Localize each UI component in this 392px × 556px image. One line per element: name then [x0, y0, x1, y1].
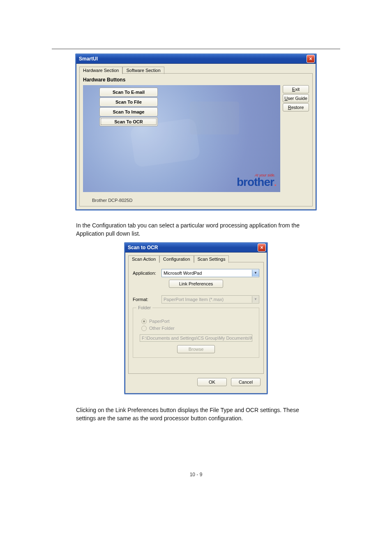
folder-groupbox: Folder PaperPort Other Folder F:\Documen…: [133, 308, 259, 358]
close-icon[interactable]: ×: [258, 243, 266, 252]
folder-legend: Folder: [136, 305, 152, 310]
dropdown-icon[interactable]: ▼: [252, 270, 259, 276]
device-label: Brother DCP-8025D: [92, 198, 280, 203]
link-preferences-button[interactable]: Link Preferences: [169, 280, 223, 288]
ok-button[interactable]: OK: [197, 378, 227, 386]
scan-to-ocr-titlebar[interactable]: Scan to OCR ×: [125, 243, 267, 253]
scan-to-ocr-body: Scan Action Configuration Scan Settings …: [125, 253, 267, 394]
radio-other-folder: Other Folder: [141, 326, 255, 331]
tab-scan-action[interactable]: Scan Action: [128, 255, 159, 263]
mid-paragraph: In the Configuration tab you can select …: [76, 221, 316, 238]
bottom-paragraph: Clicking on the Link Preferences button …: [76, 406, 316, 423]
side-button-group: Exit User Guide Restore: [283, 85, 309, 203]
scan-to-image-button[interactable]: Scan To Image: [99, 107, 158, 116]
exit-button[interactable]: Exit: [283, 85, 309, 93]
smartui-tab-panel: Hardware Buttons Scan To E-mail Scan To …: [79, 73, 313, 206]
application-combo[interactable]: Microsoft WordPad ▼: [161, 269, 259, 277]
smartui-titlebar[interactable]: SmartUI ×: [76, 54, 316, 64]
application-label: Application:: [133, 271, 158, 276]
dialog-button-row: OK Cancel: [128, 374, 264, 390]
scan-to-email-button[interactable]: Scan To E-mail: [99, 88, 158, 97]
configuration-panel: Application: Microsoft WordPad ▼ Link Pr…: [128, 262, 264, 374]
radio-icon: [141, 319, 147, 324]
tab-hardware-section[interactable]: Hardware Section: [79, 67, 122, 74]
brother-logo: brother.: [237, 176, 276, 189]
radio-paperport-label: PaperPort: [149, 319, 170, 324]
dropdown-icon: ▼: [252, 296, 259, 303]
background-image: Scan To E-mail Scan To File Scan To Imag…: [83, 85, 280, 192]
smartui-body: Hardware Section Software Section Hardwa…: [76, 64, 316, 210]
scan-to-ocr-title: Scan to OCR: [126, 245, 258, 250]
radio-icon: [141, 326, 147, 331]
user-guide-button[interactable]: User Guide: [283, 94, 309, 102]
radio-other-label: Other Folder: [149, 326, 175, 331]
format-combo: PaperPort Image Item (*.max) ▼: [161, 295, 259, 303]
format-label: Format:: [133, 297, 158, 302]
header-rule: [52, 49, 340, 49]
scan-to-file-button[interactable]: Scan To File: [99, 97, 158, 107]
close-icon[interactable]: ×: [307, 55, 315, 63]
restore-button[interactable]: Restore: [283, 103, 309, 111]
scan-to-ocr-dialog: Scan to OCR × Scan Action Configuration …: [124, 242, 268, 394]
hardware-button-group: Scan To E-mail Scan To File Scan To Imag…: [99, 87, 158, 127]
cancel-button[interactable]: Cancel: [231, 378, 261, 386]
tab-configuration[interactable]: Configuration: [159, 255, 194, 263]
scan-to-ocr-tabs: Scan Action Configuration Scan Settings: [128, 255, 264, 262]
folder-path-field: F:\Documents and Settings\CS Group\My Do…: [140, 334, 252, 342]
smartui-title: SmartUI: [77, 56, 307, 62]
tab-scan-settings[interactable]: Scan Settings: [194, 255, 229, 263]
radio-paperport: PaperPort: [141, 319, 255, 324]
scan-to-ocr-button[interactable]: Scan To OCR: [99, 117, 158, 126]
application-value: Microsoft WordPad: [162, 271, 252, 276]
browse-button: Browse: [177, 345, 215, 353]
smartui-tabs: Hardware Section Software Section: [79, 66, 313, 74]
hardware-buttons-header: Hardware Buttons: [83, 77, 309, 83]
smartui-dialog: SmartUI × Hardware Section Software Sect…: [75, 53, 317, 211]
format-value: PaperPort Image Item (*.max): [162, 297, 252, 302]
page-number: 10 - 9: [0, 472, 392, 477]
